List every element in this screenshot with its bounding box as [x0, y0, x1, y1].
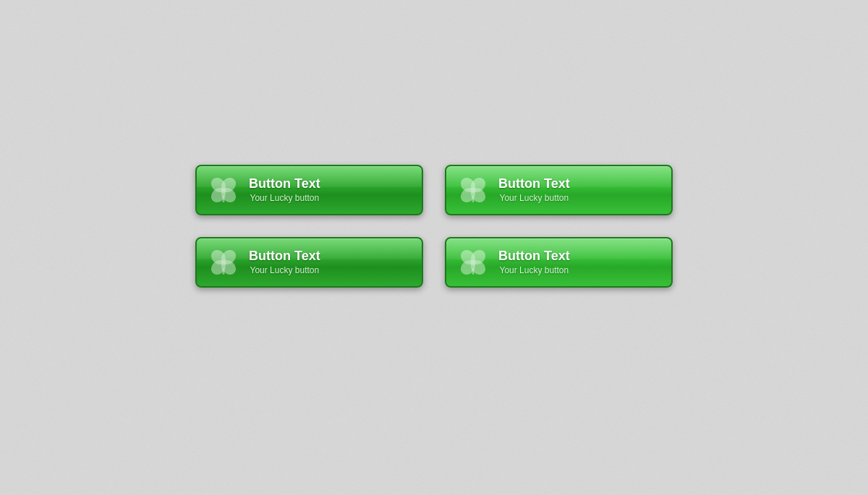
buttons-grid: Button Text Your Lucky button Button Tex… — [195, 165, 673, 288]
button-main-text: Button Text — [498, 249, 570, 264]
button-main-text: Button Text — [249, 176, 320, 192]
button-main-text: Button Text — [498, 176, 570, 192]
button-text-container: Button Text Your Lucky button — [249, 176, 320, 204]
button-sub-text: Your Lucky button — [249, 265, 320, 275]
clover-icon — [205, 244, 242, 280]
svg-point-4 — [221, 187, 226, 193]
button-sub-text: Your Lucky button — [249, 193, 320, 203]
button-text-container: Button Text Your Lucky button — [249, 249, 320, 276]
clover-icon — [455, 244, 491, 280]
svg-point-16 — [221, 259, 226, 265]
lucky-button-bottom-right[interactable]: Button Text Your Lucky button — [445, 237, 673, 288]
button-sub-text: Your Lucky button — [498, 265, 570, 275]
button-text-container: Button Text Your Lucky button — [498, 249, 570, 276]
button-sub-text: Your Lucky button — [498, 193, 570, 203]
lucky-button-top-right[interactable]: Button Text Your Lucky button — [445, 165, 673, 215]
svg-rect-17 — [223, 268, 225, 275]
clover-icon — [205, 172, 242, 208]
svg-rect-23 — [472, 268, 475, 275]
lucky-button-top-left[interactable]: Button Text Your Lucky button — [195, 165, 423, 215]
svg-rect-11 — [472, 196, 475, 202]
button-text-container: Button Text Your Lucky button — [498, 176, 570, 204]
svg-rect-5 — [223, 196, 225, 202]
clover-icon — [455, 172, 491, 208]
svg-point-22 — [470, 259, 476, 265]
lucky-button-bottom-left[interactable]: Button Text Your Lucky button — [195, 237, 423, 288]
svg-point-10 — [470, 187, 476, 193]
button-main-text: Button Text — [249, 249, 320, 264]
